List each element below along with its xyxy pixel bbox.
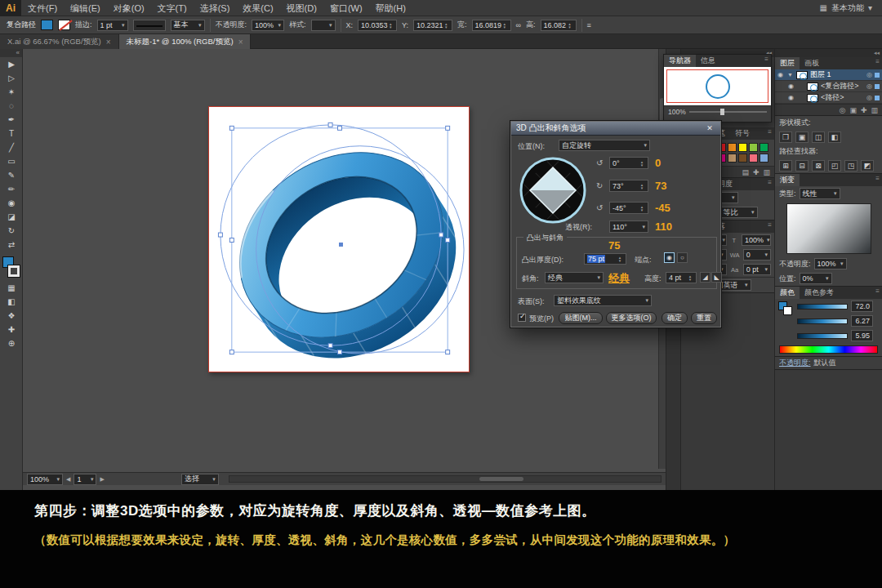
spinner-icon[interactable] xyxy=(639,205,645,212)
height-field[interactable]: 16.082 xyxy=(541,20,577,31)
color-slider-track[interactable] xyxy=(797,333,848,339)
rotation-trackball[interactable] xyxy=(518,155,588,225)
bevel-select[interactable]: 经典 xyxy=(545,272,604,283)
tab-layers[interactable]: 图层 xyxy=(775,57,800,69)
tab-navigator[interactable]: 导航器 xyxy=(664,55,696,67)
width-field[interactable]: 16.0819 xyxy=(472,20,511,31)
next-artboard-icon[interactable]: ▶ xyxy=(100,476,104,483)
navigator-zoom-slider[interactable] xyxy=(689,111,767,113)
layer-row[interactable]: ◉ <路径> ◎ xyxy=(775,92,882,104)
close-icon[interactable]: ✕ xyxy=(704,124,715,132)
panel-footer-icon[interactable]: ▣ xyxy=(849,106,857,114)
extrude-depth-field[interactable]: 75 pt xyxy=(584,253,626,265)
bevel-height-field[interactable]: 4 pt xyxy=(666,272,697,283)
menu-item[interactable]: 文件(F) xyxy=(21,0,64,16)
spinner-icon[interactable] xyxy=(501,22,507,29)
color-value-field[interactable]: 6.27 xyxy=(851,315,873,327)
visibility-eye-icon[interactable]: ◉ xyxy=(788,82,795,90)
collapse-toolbar-button[interactable]: « xyxy=(0,49,22,57)
color-value-field[interactable]: 5.95 xyxy=(851,330,873,341)
color-swatch[interactable] xyxy=(728,154,737,163)
stroke-swatch[interactable] xyxy=(58,20,70,30)
stroke-width-select[interactable]: 1 pt xyxy=(97,20,128,31)
spinner-icon[interactable] xyxy=(443,22,449,29)
position-select[interactable]: 自定旋转 xyxy=(559,140,650,151)
target-circle-icon[interactable]: ◎ xyxy=(866,82,872,90)
panel-footer-icon[interactable]: ◎ xyxy=(840,106,846,114)
tool-icon[interactable]: ◧ xyxy=(0,295,23,309)
panel-footer-icon[interactable]: ▥ xyxy=(871,106,878,114)
gradient-preview[interactable] xyxy=(786,203,871,254)
color-swatch[interactable] xyxy=(728,143,737,152)
panel-footer-icon[interactable]: ✚ xyxy=(861,106,867,114)
shape-mode-button[interactable]: ◧ xyxy=(828,131,841,143)
pathfinder-button[interactable]: ⊞ xyxy=(779,160,792,172)
target-circle-icon[interactable]: ◎ xyxy=(866,71,872,78)
cap-off-button[interactable]: ○ xyxy=(677,252,688,263)
navigator-zoom-value[interactable]: 100% xyxy=(668,108,686,116)
scrollbar-thumb[interactable] xyxy=(479,477,523,481)
fill-stroke-indicator[interactable] xyxy=(778,301,793,316)
menu-item[interactable]: 效果(C) xyxy=(236,0,279,16)
swatch-libraries-icon[interactable]: ▤ xyxy=(742,168,749,176)
pathfinder-button[interactable]: ⊠ xyxy=(812,160,825,172)
tab-gradient[interactable]: 渐变 xyxy=(775,174,800,186)
character-attr-select[interactable]: 0 xyxy=(743,249,771,261)
visibility-eye-icon[interactable]: ◉ xyxy=(788,94,795,101)
gradient-type-select[interactable]: 线性 xyxy=(800,188,840,199)
pathfinder-button[interactable]: ◩ xyxy=(861,160,874,172)
artboard-navigation-select[interactable]: 1 xyxy=(74,474,96,485)
y-field[interactable]: 10.2321 xyxy=(413,20,452,31)
tool-icon[interactable]: ▭ xyxy=(0,154,23,168)
menu-item[interactable]: 窗口(W) xyxy=(323,0,369,16)
navigator-preview[interactable] xyxy=(664,67,771,106)
spinner-icon[interactable] xyxy=(567,22,573,29)
perspective-select[interactable]: 110° xyxy=(609,220,648,233)
dialog-title-bar[interactable]: 3D 凸出和斜角选项 ✕ xyxy=(511,122,720,136)
tab-symbols[interactable]: 符号 xyxy=(730,127,755,140)
tool-icon[interactable]: ╱ xyxy=(0,140,23,154)
disclosure-triangle-icon[interactable]: ▼ xyxy=(787,72,794,78)
bevel-extent-in-button[interactable]: ◣ xyxy=(711,272,722,283)
tool-icon[interactable]: ✒ xyxy=(0,113,23,127)
workspace-grid-icon[interactable]: ▦ xyxy=(820,3,827,12)
cap-on-button[interactable]: ◉ xyxy=(664,252,675,263)
gradient-opacity-select[interactable]: 100% xyxy=(814,258,847,270)
document-tab[interactable]: 未标题-1* @ 100% (RGB/预览) × xyxy=(119,34,252,49)
tool-icon[interactable]: ✚ xyxy=(0,323,23,336)
spinner-icon[interactable] xyxy=(388,22,394,29)
horizontal-scrollbar[interactable] xyxy=(229,475,662,483)
color-swatch[interactable] xyxy=(749,143,758,152)
spinner-icon[interactable] xyxy=(639,183,645,189)
color-value-field[interactable]: 72.0 xyxy=(851,301,873,312)
target-circle-icon[interactable]: ◎ xyxy=(866,94,872,101)
tool-icon[interactable]: ✎ xyxy=(0,168,23,182)
prev-artboard-icon[interactable]: ◀ xyxy=(66,476,70,483)
character-attr-select[interactable]: 0 pt xyxy=(743,264,771,275)
surface-select[interactable]: 塑料效果底纹 xyxy=(554,295,652,306)
workspace-switcher[interactable]: 基本功能 xyxy=(831,2,864,14)
tool-icon[interactable]: ◉ xyxy=(0,196,23,210)
tab-color[interactable]: 颜色 xyxy=(775,287,800,299)
close-icon[interactable]: × xyxy=(238,38,243,47)
x-field[interactable]: 10.0353 xyxy=(358,20,397,31)
fill-swatch[interactable] xyxy=(41,20,53,30)
stroke-color-swatch[interactable] xyxy=(8,265,20,277)
center-point-handle[interactable] xyxy=(339,243,343,247)
rotate-z-field[interactable]: -45° xyxy=(609,202,648,214)
tool-icon[interactable]: ▷ xyxy=(0,71,23,85)
spinner-icon[interactable] xyxy=(617,256,623,262)
color-slider-track[interactable] xyxy=(797,318,848,324)
ok-button[interactable]: 确定 xyxy=(662,312,688,324)
shape-mode-button[interactable]: ❐ xyxy=(779,131,792,143)
character-attr-select[interactable]: 100% xyxy=(742,234,771,246)
tool-icon[interactable]: ▶ xyxy=(0,57,23,71)
constrain-proportions-icon[interactable]: ∞ xyxy=(516,21,521,29)
menu-item[interactable]: 选择(S) xyxy=(194,0,237,16)
pathfinder-button[interactable]: ◰ xyxy=(828,160,841,172)
collapse-dock-button[interactable]: ◂◂ xyxy=(775,49,882,57)
reset-button[interactable]: 重置 xyxy=(691,312,717,324)
appearance-opacity-link[interactable]: 不透明度: xyxy=(779,358,811,368)
stroke-proxy[interactable] xyxy=(783,306,792,315)
tool-icon[interactable]: ❖ xyxy=(0,309,23,323)
